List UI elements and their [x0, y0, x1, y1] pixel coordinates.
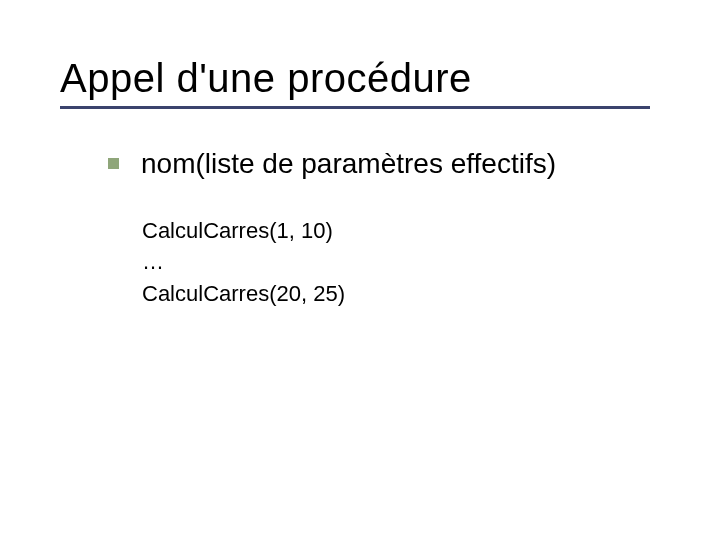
- square-bullet-icon: [108, 158, 119, 169]
- code-block: CalculCarres(1, 10) … CalculCarres(20, 2…: [142, 215, 680, 311]
- bullet-item: nom(liste de paramètres effectifs): [108, 147, 680, 181]
- code-line: CalculCarres(1, 10): [142, 215, 680, 247]
- slide: Appel d'une procédure nom(liste de param…: [0, 0, 720, 540]
- bullet-text: nom(liste de paramètres effectifs): [141, 147, 556, 181]
- code-line: CalculCarres(20, 25): [142, 278, 680, 310]
- title-underline: [60, 106, 650, 109]
- slide-title: Appel d'une procédure: [60, 56, 680, 100]
- code-line: …: [142, 246, 680, 278]
